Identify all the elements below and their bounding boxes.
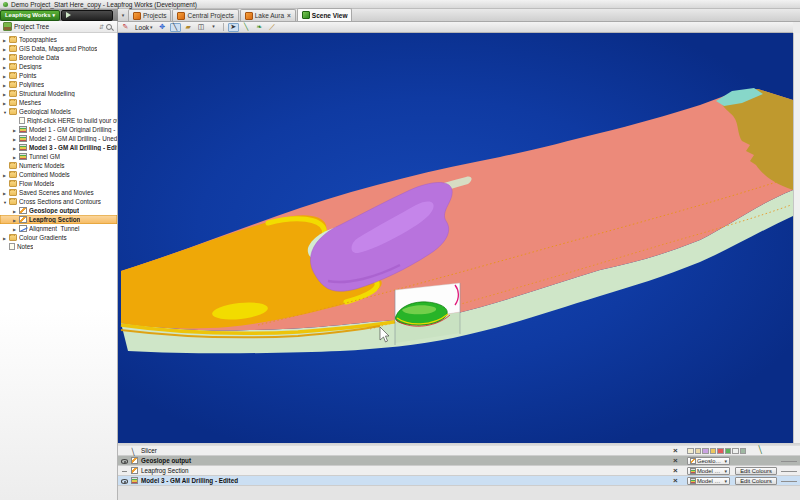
split-view-dropdown[interactable]: ▾ xyxy=(209,23,219,32)
search-icon[interactable] xyxy=(106,24,112,30)
visibility-eye-icon[interactable] xyxy=(121,459,128,464)
slicer-mode-icons[interactable] xyxy=(687,448,746,455)
geoslope-display-dropdown[interactable]: Geoslo… xyxy=(687,457,730,465)
projects-icon xyxy=(133,12,141,20)
title-bar: Demo Project_Start Here_copy - Leapfrog … xyxy=(0,0,800,9)
shape-row-slicer[interactable]: ╲ Slicer × ╲ xyxy=(118,446,800,456)
tree-item-topographies[interactable]: Topographies xyxy=(0,35,117,44)
slicer-mode-icon[interactable] xyxy=(695,448,702,455)
close-tab-icon[interactable] xyxy=(286,12,291,19)
visibility-dash-icon[interactable] xyxy=(122,471,127,472)
tree-item-meshes[interactable]: Meshes xyxy=(0,98,117,107)
ruler-tool-icon[interactable]: ▰ xyxy=(183,23,194,32)
slicer-mode-icon[interactable] xyxy=(702,448,709,455)
slicer-mode-icon[interactable] xyxy=(732,448,739,455)
shape-row-label: Geoslope output xyxy=(141,457,191,464)
leapfrog-works-menu-button[interactable]: Leapfrog Works xyxy=(0,10,60,21)
tree-item-model-3[interactable]: Model 3 - GM All Drilling - Edited xyxy=(0,143,117,152)
tab-central-projects[interactable]: Central Projects xyxy=(172,9,238,21)
tree-item-gis-data[interactable]: GIS Data, Maps and Photos xyxy=(0,44,117,53)
section-icon xyxy=(690,458,696,464)
select-cursor-icon[interactable]: ➤ xyxy=(228,23,239,32)
remove-icon[interactable]: × xyxy=(673,467,678,475)
tab-scene-view[interactable]: Scene View xyxy=(297,8,353,21)
folder-icon xyxy=(9,72,17,79)
tree-item-leapfrog-section[interactable]: Leapfrog Section xyxy=(0,215,117,224)
slope-tool-icon[interactable]: ╲ xyxy=(757,446,762,455)
play-icon xyxy=(66,12,71,18)
tree-item-structural-modelling[interactable]: Structural Modelling xyxy=(0,89,117,98)
tab-projects[interactable]: Projects xyxy=(128,9,171,21)
tree-item-notes[interactable]: Notes xyxy=(0,242,117,251)
model-display-dropdown[interactable]: Model … xyxy=(687,477,730,485)
opacity-slider[interactable] xyxy=(781,481,797,482)
tree-item-model-1[interactable]: Model 1 - GM Original Drilling - Unedite… xyxy=(0,125,117,134)
slicer-mode-icon[interactable] xyxy=(740,448,747,455)
tree-item-cross-sections[interactable]: Cross Sections and Contours xyxy=(0,197,117,206)
tree-item-build-gm-hint[interactable]: Right-click HERE to build your own GM xyxy=(0,116,117,125)
tree-item-borehole-data[interactable]: Borehole Data xyxy=(0,53,117,62)
edit-colours-label: Edit Colours xyxy=(740,468,772,474)
remove-icon[interactable]: × xyxy=(673,477,678,485)
section-model-dropdown[interactable]: Model … xyxy=(687,467,730,475)
opacity-slider[interactable] xyxy=(781,471,797,472)
look-dropdown[interactable]: Look xyxy=(133,24,155,31)
tree-item-label: Model 3 - GM All Drilling - Edited xyxy=(29,144,117,151)
geological-model-icon xyxy=(690,468,696,474)
opacity-slider[interactable] xyxy=(781,461,797,462)
right-margin-strip xyxy=(793,33,800,443)
scene-3d-viewport[interactable] xyxy=(118,33,793,443)
tree-item-label: Borehole Data xyxy=(19,54,59,61)
tree-item-polylines[interactable]: Polylines xyxy=(0,80,117,89)
tree-item-tunnel-gm[interactable]: Tunnel GM xyxy=(0,152,117,161)
tree-item-alignment-tunnel[interactable]: Alignment_Tunnel xyxy=(0,224,117,233)
shape-row-label: Leapfrog Section xyxy=(141,467,189,474)
tree-item-colour-gradients[interactable]: Colour Gradients xyxy=(0,233,117,242)
leapfrog-works-menu-label: Leapfrog Works xyxy=(5,12,51,18)
folder-icon xyxy=(9,36,17,43)
slicer-mode-icon[interactable] xyxy=(687,448,694,455)
tree-item-model-2[interactable]: Model 2 - GM All Drilling - Unedited xyxy=(0,134,117,143)
alignment-icon xyxy=(19,225,27,232)
tree-item-geological-models[interactable]: Geological Models xyxy=(0,107,117,116)
paint-tool-icon[interactable]: ✎ xyxy=(120,23,131,32)
shape-row-model-3[interactable]: Model 3 - GM All Drilling - Edited × Mod… xyxy=(118,476,800,486)
scene-toolbar: ✎ Look ✥ ╲ ▰ ◫ ▾ ➤ ╲ ❧ ／ xyxy=(118,22,793,33)
tree-item-geoslope-output[interactable]: Geoslope output xyxy=(0,206,117,215)
split-view-icon[interactable]: ◫ xyxy=(196,23,207,32)
visibility-eye-icon[interactable] xyxy=(121,479,128,484)
shape-row-leapfrog-section[interactable]: Leapfrog Section × Model … Edit Colours xyxy=(118,466,800,476)
play-button[interactable] xyxy=(61,10,113,21)
slicer-mode-icon[interactable] xyxy=(725,448,732,455)
remove-icon[interactable]: × xyxy=(673,447,678,455)
folder-icon xyxy=(9,108,17,115)
tree-item-label: Topographies xyxy=(19,36,57,43)
draw-line-icon[interactable]: ╲ xyxy=(241,23,252,32)
pencil-tool-icon[interactable]: ／ xyxy=(267,23,278,32)
tree-item-label: GIS Data, Maps and Photos xyxy=(19,45,97,52)
tree-item-combined-models[interactable]: Combined Models xyxy=(0,170,117,179)
pan-tool-icon[interactable]: ✥ xyxy=(157,23,168,32)
tree-item-designs[interactable]: Designs xyxy=(0,62,117,71)
shape-row-geoslope-output[interactable]: Geoslope output × Geoslo… xyxy=(118,456,800,466)
sort-icon[interactable]: ⇵ xyxy=(99,23,104,30)
tab-lake-aura[interactable]: Lake Aura xyxy=(240,9,296,21)
plant-tool-icon[interactable]: ❧ xyxy=(254,23,265,32)
central-projects-icon xyxy=(177,12,185,20)
tree-item-flow-models[interactable]: Flow Models xyxy=(0,179,117,188)
tree-item-numeric-models[interactable]: Numeric Models xyxy=(0,161,117,170)
slicer-mode-icon[interactable] xyxy=(717,448,724,455)
slicer-mode-icon[interactable] xyxy=(710,448,717,455)
chevron-down-icon xyxy=(53,12,56,18)
tab-list-dropdown[interactable]: ▾ xyxy=(118,12,128,21)
tab-label: Projects xyxy=(143,12,166,19)
slicer-tool-icon[interactable]: ╲ xyxy=(170,23,181,32)
edit-colours-button[interactable]: Edit Colours xyxy=(735,467,777,475)
dropdown-value: Geoslo… xyxy=(697,458,721,464)
tree-item-label: Polylines xyxy=(19,81,44,88)
remove-icon[interactable]: × xyxy=(673,457,678,465)
edit-colours-button[interactable]: Edit Colours xyxy=(735,477,777,485)
tree-item-saved-scenes[interactable]: Saved Scenes and Movies xyxy=(0,188,117,197)
folder-icon xyxy=(9,189,17,196)
tree-item-points[interactable]: Points xyxy=(0,71,117,80)
